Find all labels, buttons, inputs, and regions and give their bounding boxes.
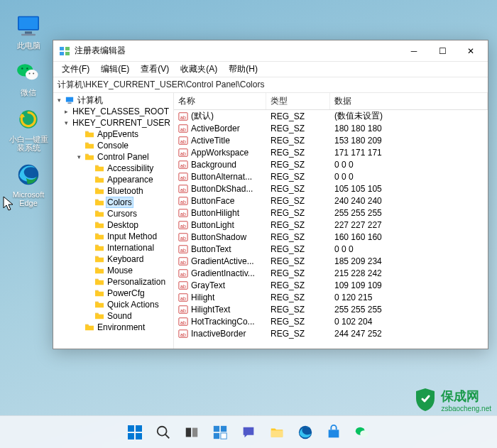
menu-file[interactable]: 文件(F) [56, 62, 95, 77]
tree-item[interactable]: ▾计算机 [55, 94, 173, 106]
taskview-button[interactable] [179, 420, 204, 445]
value-name: abHilight [174, 293, 266, 302]
registry-value-row[interactable]: abGradientActive... REG_SZ 185 209 234 [174, 255, 488, 267]
list-header[interactable]: 名称 类型 数据 [174, 93, 488, 110]
search-button[interactable] [151, 420, 176, 445]
tree-item[interactable]: Cursors [84, 208, 173, 219]
tree-item[interactable]: PowerCfg [84, 288, 173, 299]
maximize-button[interactable]: ☐ [428, 41, 457, 61]
expand-icon[interactable]: ▸ [65, 108, 68, 115]
taskbar[interactable] [0, 415, 497, 448]
desktop-icon-edge[interactable]: Microsoft Edge [9, 160, 48, 207]
wechat-button[interactable] [349, 420, 375, 445]
value-data: 240 240 240 [330, 196, 488, 206]
tree-item[interactable]: Keyboard [84, 253, 173, 265]
edge-icon [14, 160, 43, 189]
value-name: abGradientInactiv... [174, 268, 266, 278]
svg-rect-2 [25, 31, 32, 33]
tree-item[interactable]: Input Method [84, 231, 173, 242]
tree-item[interactable]: Mouse [84, 265, 173, 276]
registry-value-row[interactable]: ab(默认) REG_SZ (数值未设置) [174, 110, 488, 122]
value-data: 0 0 0 [330, 244, 488, 254]
desktop-icons: 此电脑 微信 小白一键重装系统 Microsoft Edge [9, 11, 48, 217]
svg-rect-57 [128, 425, 134, 432]
value-type: REG_SZ [266, 305, 330, 315]
desktop: 此电脑 微信 小白一键重装系统 Microsoft Edge 注册表编辑器 ─ [0, 0, 497, 448]
registry-value-row[interactable]: abHotTrackingCo... REG_SZ 0 102 204 [174, 315, 488, 327]
tree-item[interactable]: Console [75, 140, 173, 151]
tree-item[interactable]: ▾HKEY_CURRENT_USER [65, 117, 173, 129]
svg-text:ab: ab [180, 163, 186, 168]
widgets-button[interactable] [207, 420, 233, 445]
tree-item[interactable]: International [84, 242, 173, 253]
registry-value-row[interactable]: abButtonText REG_SZ 0 0 0 [174, 243, 488, 255]
close-button[interactable]: ✕ [457, 41, 485, 61]
svg-text:ab: ab [180, 138, 186, 143]
menu-favorites[interactable]: 收藏夹(A) [175, 62, 223, 77]
registry-value-row[interactable]: abButtonDkShad... REG_SZ 105 105 105 [174, 182, 488, 195]
value-type: REG_SZ [266, 184, 330, 194]
expand-icon[interactable]: ▾ [65, 119, 68, 126]
desktop-icon-pc[interactable]: 此电脑 [9, 11, 48, 50]
registry-value-row[interactable]: abHilightText REG_SZ 255 255 255 [174, 303, 488, 315]
tree-item[interactable]: Accessibility [84, 163, 173, 174]
value-data: 153 180 209 [330, 136, 488, 146]
value-data: 0 0 0 [330, 172, 488, 182]
store-button[interactable] [321, 420, 346, 445]
value-name: abButtonText [174, 244, 266, 254]
tree-item[interactable]: Appearance [84, 174, 173, 185]
tree-item[interactable]: Quick Actions [84, 299, 173, 310]
tree-item[interactable]: Bluetooth [84, 185, 173, 197]
registry-value-row[interactable]: abButtonAlternat... REG_SZ 0 0 0 [174, 170, 488, 182]
registry-value-row[interactable]: abActiveBorder REG_SZ 180 180 180 [174, 122, 488, 134]
tree-panel[interactable]: ▾计算机▸HKEY_CLASSES_ROOT▾HKEY_CURRENT_USER… [53, 93, 174, 349]
col-header-type[interactable]: 类型 [266, 93, 330, 109]
registry-value-row[interactable]: abAppWorkspace REG_SZ 171 171 171 [174, 146, 488, 158]
registry-value-row[interactable]: abInactiveBorder REG_SZ 244 247 252 [174, 327, 488, 339]
expand-icon[interactable]: ▾ [55, 97, 63, 104]
tree-item[interactable]: ▾Control Panel [75, 151, 173, 163]
svg-text:ab: ab [180, 235, 186, 240]
start-button[interactable] [122, 420, 148, 445]
tree-item[interactable]: Desktop [84, 219, 173, 231]
value-data: 0 120 215 [330, 293, 488, 302]
titlebar[interactable]: 注册表编辑器 ─ ☐ ✕ [53, 40, 488, 62]
tree-item[interactable]: Sound [84, 310, 173, 322]
registry-value-row[interactable]: abHilight REG_SZ 0 120 215 [174, 291, 488, 303]
menu-edit[interactable]: 编辑(E) [95, 62, 135, 77]
registry-value-row[interactable]: abBackground REG_SZ 0 0 0 [174, 158, 488, 170]
desktop-icon-wechat[interactable]: 微信 [9, 58, 48, 97]
tree-item[interactable]: Personalization [84, 276, 173, 288]
value-name: abActiveBorder [174, 124, 266, 133]
registry-value-row[interactable]: abButtonFace REG_SZ 240 240 240 [174, 195, 488, 207]
edge-button[interactable] [293, 420, 318, 445]
desktop-icon-reinstall[interactable]: 小白一键重装系统 [9, 105, 48, 152]
expand-icon[interactable]: ▾ [75, 153, 83, 160]
menu-view[interactable]: 查看(V) [135, 62, 175, 77]
explorer-button[interactable] [264, 420, 290, 445]
tree-item[interactable]: AppEvents [75, 129, 173, 140]
registry-value-row[interactable]: abButtonHilight REG_SZ 255 255 255 [174, 207, 488, 219]
address-bar[interactable]: 计算机\HKEY_CURRENT_USER\Control Panel\Colo… [53, 77, 488, 93]
registry-value-row[interactable]: abGradientInactiv... REG_SZ 215 228 242 [174, 267, 488, 279]
col-header-name[interactable]: 名称 [174, 93, 266, 109]
registry-value-row[interactable]: abGrayText REG_SZ 109 109 109 [174, 279, 488, 291]
chat-button[interactable] [236, 420, 261, 445]
tree-item[interactable]: Colors [84, 197, 173, 208]
regedit-window: 注册表编辑器 ─ ☐ ✕ 文件(F) 编辑(E) 查看(V) 收藏夹(A) 帮助… [53, 40, 488, 349]
svg-text:ab: ab [180, 332, 186, 337]
list-panel[interactable]: 名称 类型 数据 ab(默认) REG_SZ (数值未设置) abActiveB… [174, 93, 488, 349]
svg-rect-66 [221, 425, 226, 431]
minimize-button[interactable]: ─ [400, 41, 428, 61]
registry-value-row[interactable]: abActiveTitle REG_SZ 153 180 209 [174, 134, 488, 146]
registry-value-row[interactable]: abButtonLight REG_SZ 227 227 227 [174, 219, 488, 231]
col-header-data[interactable]: 数据 [330, 93, 488, 109]
svg-rect-18 [67, 102, 71, 104]
svg-rect-67 [214, 432, 219, 438]
menu-help[interactable]: 帮助(H) [223, 62, 263, 77]
svg-text:ab: ab [180, 319, 186, 324]
tree-item[interactable]: Environment [75, 322, 173, 333]
value-type: REG_SZ [266, 293, 330, 302]
registry-value-row[interactable]: abButtonShadow REG_SZ 160 160 160 [174, 231, 488, 243]
tree-item[interactable]: ▸HKEY_CLASSES_ROOT [65, 106, 173, 117]
